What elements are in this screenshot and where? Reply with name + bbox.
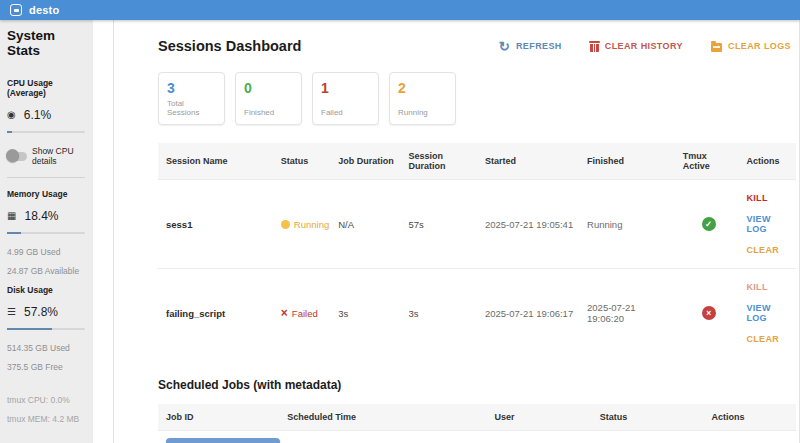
sidebar-drawer: System Stats CPU Usage (Average) ◉ 6.1% …	[0, 20, 114, 443]
clear-logs-button[interactable]: CLEAR LOGS	[711, 41, 791, 52]
memory-usage-label: Memory Usage	[7, 189, 85, 199]
col-tmux-active: Tmux Active	[675, 143, 739, 180]
card-failed: 1 Failed	[312, 72, 379, 125]
disk-usage-value: 57.8%	[24, 305, 58, 319]
col-scheduled-time: Scheduled Time	[279, 404, 486, 431]
cancel-circle-icon: ×	[702, 306, 716, 320]
started-time: 2025-07-21 19:05:41	[477, 180, 579, 269]
failed-label: Failed	[321, 108, 370, 117]
tmux-cpu-stat: tmux CPU: 0.0%	[7, 395, 85, 405]
session-row-sess1: sess1 Running N/A 57s 2025-07-21 19:05:4…	[158, 180, 796, 269]
disk-usage-label: Disk Usage	[7, 285, 85, 295]
clear-button[interactable]: CLEAR	[747, 334, 792, 344]
app-title: desto	[29, 4, 59, 16]
job-duration: N/A	[330, 180, 400, 269]
scheduled-job-row: i 321 2025-07-21T21:06:00 kalfasy schedu…	[158, 430, 796, 443]
trash-icon	[590, 41, 599, 52]
check-circle-icon: ✓	[702, 217, 716, 231]
total-sessions-label: Total Sessions	[167, 99, 216, 117]
app-bar: desto	[0, 0, 800, 20]
session-duration: 3s	[400, 269, 477, 358]
show-cpu-details-toggle[interactable]	[7, 152, 27, 161]
running-count: 2	[398, 80, 447, 96]
col-session-name: Session Name	[158, 143, 273, 180]
cpu-usage-label: CPU Usage (Average)	[7, 78, 85, 98]
sessions-header-row: Session Name Status Job Duration Session…	[158, 143, 796, 180]
view-log-button[interactable]: VIEW LOG	[747, 214, 792, 234]
folder-icon	[711, 43, 722, 52]
col-job-actions: Actions	[703, 404, 796, 431]
card-running: 2 Running	[389, 72, 456, 125]
clear-history-button[interactable]: CLEAR HISTORY	[590, 41, 683, 52]
job-user: kalfasy	[487, 430, 592, 443]
jobs-header-row: Job ID Scheduled Time User Status Action…	[158, 404, 796, 431]
started-time: 2025-07-21 19:06:17	[477, 269, 579, 358]
failed-x-icon: ×	[281, 307, 288, 319]
refresh-icon: ↻	[499, 40, 510, 53]
memory-progress-bar	[7, 232, 85, 234]
running-label: Running	[398, 108, 447, 117]
session-duration: 57s	[400, 180, 477, 269]
col-actions: Actions	[739, 143, 796, 180]
col-job-duration: Job Duration	[330, 143, 400, 180]
summary-cards: 3 Total Sessions 0 Finished 1 Failed 2 R…	[158, 72, 795, 125]
col-started: Started	[477, 143, 579, 180]
disk-progress-bar	[7, 328, 85, 330]
col-session-duration: Session Duration	[400, 143, 477, 180]
running-dot-icon	[281, 220, 290, 229]
kill-button[interactable]: KILL	[747, 282, 792, 292]
memory-usage-value: 18.4%	[24, 209, 58, 223]
gauge-icon: ◉	[7, 110, 16, 120]
col-finished: Finished	[579, 143, 675, 180]
storage-icon: ☰	[7, 307, 16, 317]
finished-count: 0	[244, 80, 293, 96]
cpu-usage-value: 6.1%	[24, 108, 51, 122]
col-status: Status	[273, 143, 330, 180]
refresh-button[interactable]: ↻ REFRESH	[499, 40, 562, 53]
main-content: Sessions Dashboard ↻ REFRESH CLEAR HISTO…	[114, 20, 800, 443]
finished-time: Running	[579, 180, 675, 269]
clear-button[interactable]: CLEAR	[747, 245, 792, 255]
card-total-sessions: 3 Total Sessions	[158, 72, 225, 125]
kill-button[interactable]: KILL	[747, 193, 792, 203]
disk-free: 375.5 GB Free	[7, 362, 85, 372]
job-id-chip[interactable]: i 321	[166, 438, 280, 443]
scheduled-time: 2025-07-21T21:06:00	[279, 430, 486, 443]
col-job-id: Job ID	[158, 404, 279, 431]
scheduled-jobs-table: Job ID Scheduled Time User Status Action…	[158, 404, 796, 443]
disk-used: 514.35 GB Used	[7, 343, 85, 353]
finished-time: 2025-07-21 19:06:20	[579, 269, 675, 358]
failed-count: 1	[321, 80, 370, 96]
show-cpu-details-label: Show CPU details	[32, 146, 85, 166]
sidebar-divider	[7, 177, 85, 178]
sidebar-title: System Stats	[7, 28, 85, 58]
cpu-progress-bar	[7, 131, 85, 133]
system-stats-panel: System Stats CPU Usage (Average) ◉ 6.1% …	[0, 20, 93, 443]
session-name: sess1	[158, 180, 273, 269]
job-status: scheduled	[592, 430, 704, 443]
status-badge: × Failed	[281, 307, 326, 319]
memory-available: 24.87 GB Available	[7, 266, 85, 276]
session-name: failing_script	[158, 269, 273, 358]
card-finished: 0 Finished	[235, 72, 302, 125]
scheduled-jobs-title: Scheduled Jobs (with metadata)	[158, 378, 795, 392]
col-user: User	[487, 404, 592, 431]
desto-logo-icon	[10, 4, 22, 16]
finished-label: Finished	[244, 108, 293, 117]
total-sessions-count: 3	[167, 80, 216, 96]
view-log-button[interactable]: VIEW LOG	[747, 303, 792, 323]
tmux-mem-stat: tmux MEM: 4.2 MB	[7, 414, 85, 424]
memory-icon: ▦	[7, 211, 16, 221]
col-job-status: Status	[592, 404, 704, 431]
memory-used: 4.99 GB Used	[7, 247, 85, 257]
page-title: Sessions Dashboard	[158, 38, 301, 54]
status-badge: Running	[281, 219, 326, 230]
job-duration: 3s	[330, 269, 400, 358]
sessions-table: Session Name Status Job Duration Session…	[158, 143, 796, 358]
session-row-failing-script: failing_script × Failed 3s 3s 2025-07-21…	[158, 269, 796, 358]
